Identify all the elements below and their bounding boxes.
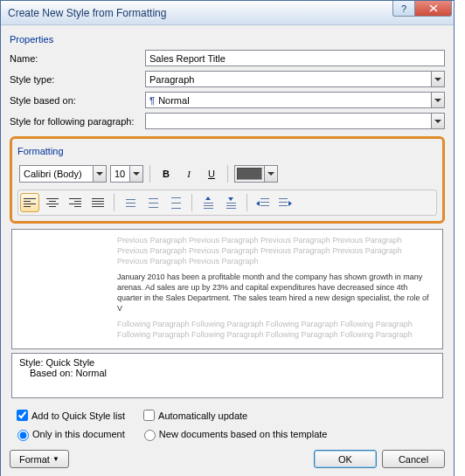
line-spacing-double-button[interactable] [166,193,185,212]
font-combo[interactable]: Calibri (Body) [19,165,107,183]
color-swatch [237,168,262,180]
style-summary-line2: Based on: Normal [19,368,435,378]
font-size-combo[interactable]: 10 [110,165,143,183]
italic-button[interactable]: I [179,164,198,183]
following-label: Style for following paragraph: [10,116,145,127]
align-center-button[interactable] [43,193,62,212]
pilcrow-icon: ¶ [149,95,155,106]
ok-button[interactable]: OK [314,450,377,468]
formatting-label: Formatting [17,146,437,156]
dialog-create-style: Create New Style from Formatting ? Prope… [0,0,455,476]
align-right-button[interactable] [66,193,85,212]
preview-body: January 2010 has been a profitable month… [21,272,434,314]
close-button[interactable] [415,1,452,17]
preview-pane: Previous Paragraph Previous Paragraph Pr… [11,229,443,349]
cancel-button[interactable]: Cancel [382,450,445,468]
chevron-down-icon [431,72,444,86]
only-in-document-radio[interactable]: Only in this document [13,427,125,441]
chevron-down-icon [431,93,444,107]
line-spacing-medium-button[interactable] [143,193,163,212]
font-value: Calibri (Body) [20,169,93,179]
space-before-decrease-button[interactable] [221,193,240,212]
dialog-title: Create New Style from Formatting [8,7,166,19]
chevron-down-icon [264,166,277,182]
titlebar: Create New Style from Formatting ? [1,1,454,25]
align-left-button[interactable] [20,193,39,212]
chevron-down-icon [129,166,142,182]
following-combo[interactable] [145,113,445,129]
name-input[interactable] [145,50,445,66]
based-on-combo[interactable]: ¶Normal [145,92,445,108]
style-summary-line1: Style: Quick Style [19,357,435,368]
auto-update-checkbox[interactable]: Automatically update [140,407,247,424]
decrease-indent-button[interactable] [253,193,273,212]
underline-button[interactable]: U [202,164,221,183]
properties-label: Properties [10,34,445,45]
new-docs-template-radio[interactable]: New documents based on this template [140,427,328,441]
name-label: Name: [10,53,145,64]
style-type-value: Paragraph [149,74,194,85]
font-color-button[interactable] [234,165,278,183]
preview-following: Following Paragraph Following Paragraph … [21,319,434,340]
chevron-down-icon [93,166,106,182]
font-size-value: 10 [111,169,129,179]
formatting-highlight: Formatting Calibri (Body) 10 B I U [10,136,445,224]
format-button[interactable]: Format ▼ [10,450,69,468]
increase-indent-button[interactable] [276,193,295,212]
bold-button[interactable]: B [156,164,176,183]
help-button[interactable]: ? [392,1,415,17]
add-quick-style-checkbox[interactable]: Add to Quick Style list [13,407,125,424]
style-summary-box: Style: Quick Style Based on: Normal [11,353,443,398]
align-justify-button[interactable] [88,193,108,212]
style-type-combo[interactable]: Paragraph [145,71,445,87]
line-spacing-single-button[interactable] [121,193,140,212]
preview-previous: Previous Paragraph Previous Paragraph Pr… [21,235,434,266]
based-on-label: Style based on: [10,95,145,106]
space-before-increase-button[interactable] [198,193,218,212]
based-on-value: Normal [158,95,189,106]
chevron-down-icon [431,114,444,128]
style-type-label: Style type: [10,74,145,85]
